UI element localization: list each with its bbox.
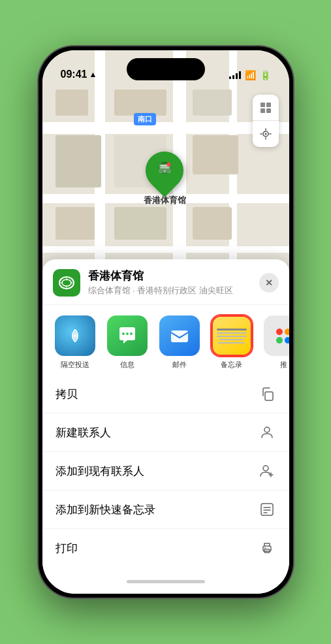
svg-point-20	[263, 466, 268, 471]
mail-icon	[159, 315, 200, 356]
svg-rect-17	[171, 330, 188, 342]
copy-icon	[258, 385, 276, 403]
quick-note-label: 添加到新快速备忘录	[55, 502, 155, 517]
map-controls	[253, 95, 279, 147]
new-contact-label: 新建联系人	[55, 425, 111, 440]
svg-rect-21	[261, 504, 273, 515]
venue-name: 香港体育馆	[88, 268, 259, 283]
action-item-new-contact[interactable]: 新建联系人	[42, 413, 289, 452]
pin-circle	[138, 144, 191, 197]
action-item-copy[interactable]: 拷贝	[42, 375, 289, 413]
more-icon	[264, 315, 289, 356]
airdrop-label: 隔空投送	[61, 360, 89, 370]
building-block	[193, 135, 238, 174]
map-type-button[interactable]	[253, 95, 279, 121]
notes-icon	[212, 315, 252, 356]
svg-point-13	[74, 334, 76, 337]
building-block	[55, 89, 88, 116]
note-icon	[258, 500, 276, 519]
action-list: 拷贝 新建联系人	[42, 375, 289, 580]
app-item-messages[interactable]: 信息	[105, 315, 150, 370]
more-label: 推	[280, 360, 287, 370]
messages-icon	[107, 315, 148, 356]
app-item-airdrop[interactable]: 隔空投送	[53, 315, 97, 370]
person-icon	[258, 423, 276, 442]
copy-label: 拷贝	[55, 387, 78, 402]
venue-info: 香港体育馆 综合体育馆 · 香港特别行政区 油尖旺区	[88, 268, 259, 297]
building-block	[55, 135, 101, 187]
svg-rect-0	[260, 103, 265, 107]
svg-rect-2	[260, 108, 265, 113]
home-indicator	[127, 580, 205, 583]
svg-point-24	[264, 547, 266, 549]
status-time: 09:41 ▲	[61, 69, 97, 80]
svg-point-5	[264, 133, 266, 135]
bottom-sheet: 香港体育馆 综合体育馆 · 香港特别行政区 油尖旺区 ✕	[42, 259, 289, 594]
road-h	[42, 122, 289, 134]
building-block	[193, 89, 232, 116]
print-icon	[258, 539, 276, 557]
app-item-mail[interactable]: 邮件	[157, 315, 202, 370]
building-block	[55, 207, 95, 240]
pin-icon	[155, 159, 174, 183]
road-h3	[42, 246, 289, 253]
apps-row: 隔空投送 信息	[42, 305, 289, 375]
building-block	[114, 89, 166, 116]
phone-frame: 09:41 ▲ 📶 🔋	[39, 46, 293, 598]
svg-rect-18	[265, 392, 273, 400]
action-item-print[interactable]: 打印	[42, 529, 289, 567]
svg-point-19	[264, 427, 270, 432]
svg-point-16	[130, 332, 133, 335]
svg-point-15	[126, 332, 129, 335]
status-icons: 📶 🔋	[229, 70, 271, 80]
airdrop-icon	[55, 315, 95, 356]
person-add-icon	[258, 462, 276, 480]
messages-label: 信息	[120, 360, 134, 370]
venue-description: 综合体育馆 · 香港特别行政区 油尖旺区	[88, 285, 259, 297]
app-item-more[interactable]: 推	[262, 315, 289, 370]
close-button[interactable]: ✕	[259, 273, 279, 293]
dynamic-island	[127, 58, 205, 80]
wifi-icon: 📶	[245, 70, 256, 80]
signal-icon	[229, 71, 241, 79]
location-button[interactable]	[253, 121, 279, 147]
venue-icon	[53, 269, 80, 297]
svg-point-12	[62, 280, 71, 286]
svg-point-14	[122, 332, 125, 335]
battery-icon: 🔋	[260, 70, 271, 80]
print-label: 打印	[55, 541, 78, 556]
mail-label: 邮件	[172, 360, 187, 370]
action-item-add-contact[interactable]: 添加到现有联系人	[42, 452, 289, 491]
location-pin: 香港体育馆	[144, 152, 186, 206]
time-label: 09:41	[61, 69, 87, 80]
notes-label: 备忘录	[221, 360, 242, 370]
svg-rect-1	[266, 103, 271, 107]
building-block	[114, 207, 166, 240]
svg-rect-3	[266, 108, 271, 113]
phone-screen: 09:41 ▲ 📶 🔋	[42, 50, 289, 594]
building-block	[193, 207, 232, 240]
map-label: 南口	[134, 113, 156, 125]
action-item-quick-note[interactable]: 添加到新快速备忘录	[42, 491, 289, 529]
app-item-notes[interactable]: 备忘录	[210, 315, 254, 370]
location-arrow-icon: ▲	[89, 70, 97, 79]
add-contact-label: 添加到现有联系人	[55, 464, 144, 479]
sheet-header: 香港体育馆 综合体育馆 · 香港特别行政区 油尖旺区 ✕	[42, 259, 289, 305]
